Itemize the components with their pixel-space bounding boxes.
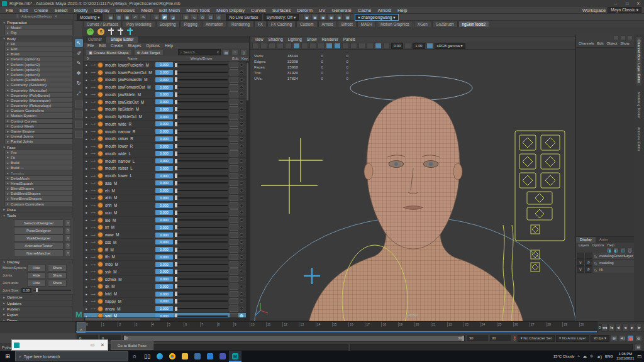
timeline-tick[interactable]: 4 [151,322,167,327]
shelf-tab[interactable]: Motion Graphics [377,21,413,27]
expand-arrow-icon[interactable]: ▸ [5,176,11,180]
expand-arrow-icon[interactable]: ▸ [1,295,7,299]
shelf-tab[interactable]: MASH [357,21,376,27]
network-icon[interactable]: ⛗ [590,354,593,359]
key-toggle[interactable] [238,122,245,126]
dock-tab[interactable]: Attribute Editor [636,124,641,153]
blend-shape-row[interactable]: ● ⟶ sss_M 0.000 [84,239,249,246]
timeline-tick[interactable]: 14 [316,322,332,327]
taskbar-search-input[interactable]: ⌕ Type here to search [15,351,128,361]
edit-toggle[interactable] [230,136,238,142]
lasso-tool-icon[interactable]: 𝒬 [75,49,83,57]
tool-button[interactable]: PoseDesigner [14,227,64,234]
shelf-tab[interactable]: Bifrost [338,21,357,27]
weight-value-field[interactable]: 0.000 [155,277,173,282]
expand-arrow-icon[interactable]: ▸ [5,31,11,35]
weight-slider[interactable] [175,315,228,317]
xray-icon[interactable] [367,43,374,49]
minimize-button[interactable]: – [610,0,621,7]
range-slider[interactable]: 0 30 [123,335,465,342]
exposure-field[interactable]: 0.00 [391,43,403,49]
weight-slider[interactable] [175,256,228,258]
edit-toggle[interactable] [230,77,238,83]
shelf-tab[interactable]: Sculpting [156,21,180,27]
tool-button[interactable]: WalkDesigner [14,234,64,242]
sidebar-row[interactable]: ▸ Unreal Joints [4,133,73,138]
shelf-green-sphere-icon[interactable]: ◠ [87,28,94,35]
key-toggle[interactable] [238,167,245,170]
menu-item[interactable]: File [3,8,16,13]
weight-value-field[interactable]: 0.000 [155,247,173,252]
menu-item[interactable]: Help [394,8,410,13]
show-button[interactable]: Show [48,272,67,279]
edit-toggle[interactable] [230,195,238,201]
key-toggle[interactable] [238,307,245,310]
blend-shape-name[interactable]: mouth_lower_R [105,144,155,148]
exposure-icon[interactable] [383,43,390,49]
edit-toggle[interactable] [230,121,238,127]
tool-help-button[interactable]: ? [65,242,71,250]
sidebar-row[interactable]: ▸ Model [4,25,73,30]
visibility-dot-icon[interactable]: ● [84,129,89,133]
blend-shape-name[interactable]: iee_M [105,218,155,222]
select-component-icon[interactable]: ◪ [169,14,176,20]
scale-tool-icon[interactable]: ⤢ [75,89,83,97]
sidebar-row[interactable]: ▸ Deform (option1) [4,56,73,61]
photos-icon[interactable] [191,351,204,362]
weight-value-field[interactable]: 0.000 [155,292,173,297]
key-toggle[interactable] [238,226,245,229]
wireframe-icon[interactable] [293,43,300,49]
weight-slider[interactable] [175,219,228,221]
auto-key-icon[interactable]: ⬤ [627,335,634,341]
character-set-icon[interactable]: ⚷ [513,336,516,341]
menu-set-select[interactable]: Modeling ▾ [77,14,103,21]
playback-end-field[interactable]: 30 [467,335,488,341]
lock-camera-icon[interactable] [260,43,267,49]
key-toggle[interactable] [238,285,245,288]
live-surface-field[interactable]: No Live Surface [226,14,261,21]
visibility-dot-icon[interactable]: ● [84,270,89,273]
key-toggle[interactable] [238,196,245,200]
ipr-render-icon[interactable]: ▣ [319,14,326,20]
blend-shape-row[interactable]: ● ⟶ mouth_jawSideIn_M 0.000 [84,91,249,99]
layer-editor-menu-item[interactable]: Layers [577,243,591,247]
weight-slider[interactable] [175,278,228,280]
sidebar-row[interactable]: ▸ Motion System [4,112,73,118]
motion-blur-icon[interactable] [342,43,349,49]
channel-box-menu-item[interactable]: Object [606,41,619,47]
shelf-tab[interactable]: FX Caching [267,21,296,27]
make-live-icon[interactable]: ◎ [215,14,222,20]
viewport-menu-item[interactable]: Panels [341,37,357,41]
shelf-tab[interactable]: rigSkinTools2 [458,21,489,27]
character-set-select[interactable]: ▾ No Character Set [518,335,555,342]
blend-shape-name[interactable]: mbp_M [105,262,155,266]
mute-icon[interactable]: ◄) [619,335,626,341]
blend-shape-row[interactable]: ● ⟶ sad_M 0.000 [84,313,249,318]
move-tool-icon[interactable]: ✥ [75,69,83,77]
key-toggle[interactable] [238,174,245,178]
weight-value-field[interactable]: 0.000 [155,158,173,163]
blend-shape-name[interactable]: ssh_M [105,270,155,274]
blend-shape-name[interactable]: uuu_M [105,211,155,215]
sidebar-row[interactable]: ▸ Partial Joints [4,138,73,143]
menu-item[interactable]: Edit [16,8,31,13]
workspace-select[interactable]: Maya Classic ▾ [608,7,641,13]
blend-shape-row[interactable]: ● ⟶ mouth_narrow_L 0.000 [84,158,249,165]
viewport-menu-item[interactable]: Renderer [319,37,340,41]
visibility-dot-icon[interactable]: ● [84,63,89,67]
shelf-tab[interactable]: Rigging [180,21,201,27]
weight-value-field[interactable]: 0.000 [155,92,173,97]
key-toggle[interactable] [238,107,245,111]
blend-shape-row[interactable]: ● ⟶ ohh_M 0.000 [84,202,249,209]
sidebar-row[interactable]: ▸ Updates [1,300,73,305]
layer-name[interactable]: modelingGroomLayer [599,254,634,258]
key-toggle[interactable] [238,263,245,266]
blend-shape-row[interactable]: ● ⟶ ahh_M 0.000 [84,195,249,202]
expand-arrow-icon[interactable]: ▸ [5,202,11,206]
visibility-dot-icon[interactable]: ● [84,151,89,155]
layer-visibility-toggle[interactable]: V [577,260,584,266]
shape-editor-menu-item[interactable]: File [86,43,96,48]
snap-plane-icon[interactable]: ⊡ [207,14,214,20]
edit-toggle[interactable] [230,187,238,194]
edit-toggle[interactable] [230,305,238,312]
